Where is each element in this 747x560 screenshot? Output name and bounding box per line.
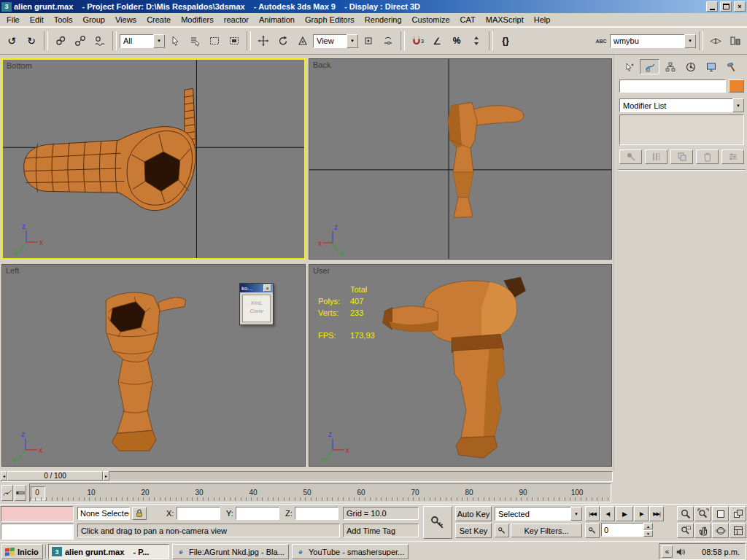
key-mode-dropdown[interactable]: Selected ▼: [495, 507, 582, 521]
tab-create[interactable]: [619, 59, 639, 74]
select-and-manipulate-button[interactable]: [379, 31, 398, 50]
arc-rotate-button[interactable]: [712, 523, 729, 538]
back-viewport-canvas[interactable]: [309, 59, 611, 259]
modifier-stack-list[interactable]: [619, 114, 744, 145]
make-unique-button[interactable]: [670, 149, 693, 164]
go-to-start-button[interactable]: |◀◀: [585, 506, 600, 521]
pin-stack-button[interactable]: [619, 149, 642, 164]
align-button[interactable]: [726, 31, 745, 50]
close-button[interactable]: ×: [734, 1, 746, 12]
bind-to-spacewarp-button[interactable]: [90, 31, 109, 50]
model-arm-wireframe[interactable]: [24, 88, 196, 210]
object-name-field[interactable]: [619, 79, 726, 93]
percent-snap-toggle[interactable]: %: [447, 31, 466, 50]
use-pivot-point-center-button[interactable]: [359, 31, 378, 50]
chevron-down-icon[interactable]: ▼: [684, 34, 696, 48]
edit-named-selection-sets-button[interactable]: {}: [496, 31, 515, 50]
menu-item[interactable]: Views: [110, 14, 142, 26]
key-mode-toggle-button[interactable]: [585, 523, 600, 538]
unlink-selection-button[interactable]: [71, 31, 90, 50]
menu-item[interactable]: reactor: [219, 14, 254, 26]
select-by-name-button[interactable]: [185, 31, 204, 50]
select-and-move-button[interactable]: [254, 31, 273, 50]
menu-item[interactable]: Animation: [254, 14, 300, 26]
start-button[interactable]: Inicio: [1, 544, 43, 559]
select-and-scale-button[interactable]: [293, 31, 312, 50]
model-left-view[interactable]: [106, 292, 185, 451]
floating-window-titlebar[interactable]: ko... ×: [240, 284, 273, 292]
minimize-button[interactable]: [706, 1, 718, 12]
y-coordinate-field[interactable]: [236, 507, 279, 520]
floating-utility-window[interactable]: ko... × XmL Conv: [239, 283, 274, 325]
show-end-result-button[interactable]: [645, 149, 667, 164]
model-back-view[interactable]: [448, 103, 524, 218]
menu-item[interactable]: Rendering: [360, 14, 407, 26]
viewport-label-user[interactable]: User: [313, 266, 330, 275]
selection-filter-dropdown[interactable]: All ▼: [120, 34, 165, 48]
menu-item[interactable]: Modifiers: [176, 14, 219, 26]
tab-motion[interactable]: [681, 59, 700, 74]
configure-modifier-sets-button[interactable]: [721, 149, 744, 164]
viewport-bottom[interactable]: Bottom z x y: [1, 58, 306, 260]
menu-item[interactable]: MAXScript: [481, 14, 529, 26]
maximize-button[interactable]: [720, 1, 732, 12]
set-keys-button[interactable]: [423, 506, 452, 539]
spinner-snap-toggle[interactable]: [467, 31, 486, 50]
object-color-swatch[interactable]: [729, 79, 744, 93]
viewport-back[interactable]: Back z x y: [309, 58, 612, 260]
time-slider-prev-button[interactable]: ◂: [1, 471, 7, 481]
key-filter-toggle[interactable]: [495, 524, 509, 537]
menu-item[interactable]: Edit: [25, 14, 49, 26]
frame-spinner-down[interactable]: ▼: [643, 530, 653, 537]
play-button[interactable]: ▶: [616, 506, 633, 521]
go-to-end-button[interactable]: ▶▶|: [649, 506, 664, 521]
viewport-label-back[interactable]: Back: [313, 61, 330, 69]
tab-modify[interactable]: [640, 59, 659, 74]
time-slider-next-button[interactable]: ▸: [103, 471, 109, 481]
maximize-viewport-toggle[interactable]: [729, 523, 746, 538]
menu-item[interactable]: Create: [142, 14, 176, 26]
x-coordinate-field[interactable]: [177, 507, 220, 520]
chevron-down-icon[interactable]: ▼: [570, 507, 582, 521]
current-frame-field[interactable]: [601, 523, 643, 537]
title-bar[interactable]: 3 alien grunt.max - Project Folder: D:\M…: [0, 0, 747, 13]
floating-window-close-button[interactable]: ×: [263, 284, 271, 292]
menu-item[interactable]: Tools: [49, 14, 78, 26]
maxscript-mini-listener-field[interactable]: [1, 524, 74, 540]
frame-spinner-up[interactable]: ▲: [643, 523, 653, 529]
taskbar-task-youtube[interactable]: e YouTube - smashersuper...: [292, 544, 409, 559]
menu-item[interactable]: Customize: [407, 14, 455, 26]
viewport-user[interactable]: User Total Polys:407 Verts:233 FPS:173,9…: [309, 264, 612, 467]
window-crossing-toggle[interactable]: [225, 31, 244, 50]
select-and-rotate-button[interactable]: [274, 31, 293, 50]
undo-button[interactable]: ↺: [2, 31, 21, 50]
taskbar-task-3dsmax[interactable]: 3 alien grunt.max - P...: [48, 544, 169, 559]
reference-coordinate-system-dropdown[interactable]: View ▼: [313, 34, 358, 48]
selection-lock-toggle[interactable]: [132, 507, 147, 520]
tray-collapse-button[interactable]: «: [662, 545, 673, 558]
set-key-toggle[interactable]: Set Key: [455, 523, 492, 538]
chevron-down-icon[interactable]: ▼: [732, 98, 744, 112]
rectangular-selection-region-button[interactable]: [205, 31, 224, 50]
maxscript-macro-recorder-field[interactable]: [1, 506, 74, 522]
menu-item[interactable]: Help: [529, 14, 556, 26]
tab-utilities[interactable]: [721, 59, 741, 74]
frame-ruler[interactable]: 0102030405060708090100: [29, 483, 611, 502]
speaker-icon[interactable]: [676, 547, 686, 557]
redo-button[interactable]: ↻: [22, 31, 41, 50]
mirror-button[interactable]: ◁▷: [706, 31, 725, 50]
named-selection-dropdown[interactable]: wmybu ▼: [610, 34, 696, 48]
chevron-down-icon[interactable]: ▼: [347, 34, 358, 48]
next-frame-button[interactable]: |▶: [634, 506, 649, 521]
model-user-view[interactable]: [383, 277, 526, 458]
auto-key-toggle[interactable]: Auto Key: [455, 506, 492, 521]
snaps-toggle-button[interactable]: 3: [408, 31, 427, 50]
menu-item[interactable]: File: [1, 14, 25, 26]
tab-hierarchy[interactable]: [660, 59, 680, 74]
named-selection-label-button[interactable]: ABC: [593, 31, 609, 50]
zoom-extents-button[interactable]: [712, 506, 729, 521]
viewport-label-bottom[interactable]: Bottom: [7, 61, 32, 70]
angle-snap-toggle[interactable]: ∠: [427, 31, 446, 50]
taskbar-task-browser-image[interactable]: e File:AGrunt Nkd.jpg - Bla...: [172, 544, 289, 559]
chevron-down-icon[interactable]: ▼: [153, 34, 165, 48]
